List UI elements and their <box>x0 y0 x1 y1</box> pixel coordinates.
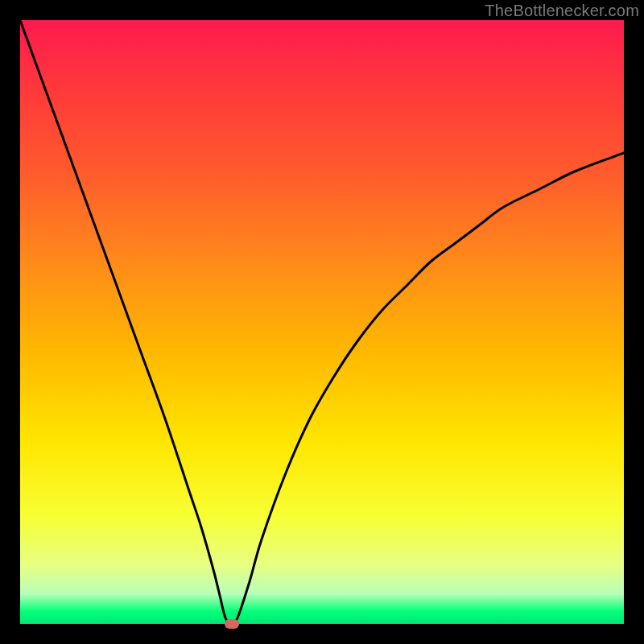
bottleneck-curve <box>20 20 624 624</box>
watermark-text: TheBottlenecker.com <box>485 2 639 20</box>
chart-frame: TheBottlenecker.com <box>0 0 644 644</box>
plot-area <box>20 20 624 624</box>
optimal-point-marker <box>225 619 239 629</box>
